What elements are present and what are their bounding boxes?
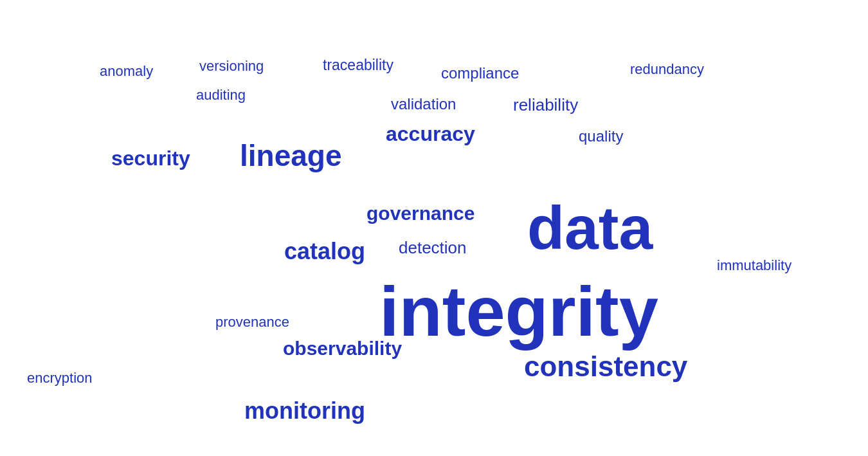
word-governance: governance: [366, 203, 475, 224]
word-validation: validation: [391, 95, 456, 113]
word-quality: quality: [579, 127, 623, 145]
word-versioning: versioning: [199, 58, 264, 75]
word-provenance: provenance: [215, 314, 289, 331]
word-monitoring: monitoring: [244, 397, 365, 424]
word-reliability: reliability: [513, 95, 578, 115]
word-integrity: integrity: [379, 270, 658, 352]
word-data: data: [527, 193, 653, 263]
word-detection: detection: [399, 238, 467, 258]
word-observability: observability: [283, 338, 402, 360]
word-lineage: lineage: [240, 138, 342, 173]
word-accuracy: accuracy: [386, 122, 475, 146]
word-redundancy: redundancy: [630, 61, 704, 78]
word-immutability: immutability: [717, 257, 791, 274]
word-anomaly: anomaly: [100, 63, 153, 80]
word-compliance: compliance: [441, 64, 519, 82]
word-consistency: consistency: [524, 351, 687, 383]
word-catalog: catalog: [284, 238, 365, 265]
word-cloud: anomalyversioningtraceabilitycompliancer…: [0, 0, 868, 456]
word-encryption: encryption: [27, 370, 93, 387]
word-security: security: [111, 147, 190, 170]
word-auditing: auditing: [196, 87, 246, 104]
word-traceability: traceability: [323, 57, 393, 74]
